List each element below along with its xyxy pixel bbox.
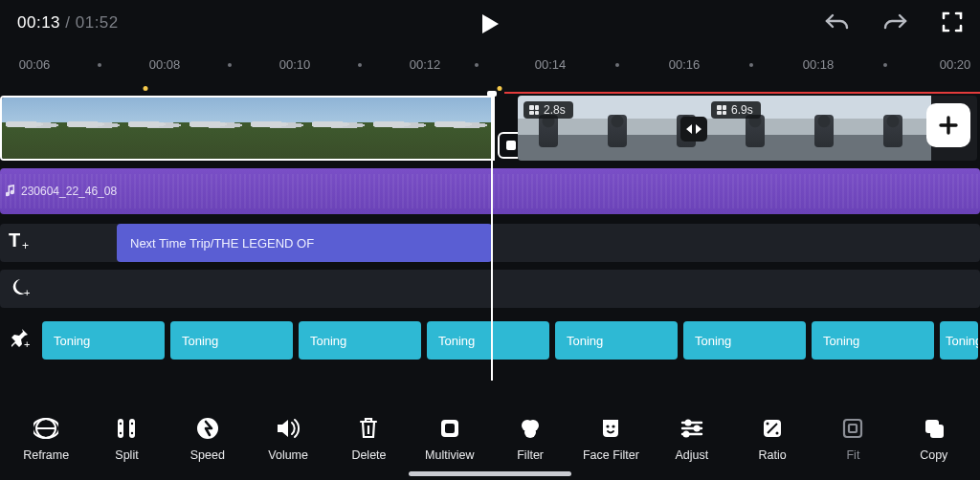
ruler-tick: 00:08: [149, 57, 181, 72]
adjust-button[interactable]: Adjust: [657, 414, 727, 462]
toning-chip[interactable]: Toning: [42, 321, 165, 360]
transition-badge[interactable]: [680, 117, 707, 142]
add-text-track-button[interactable]: T+: [0, 224, 40, 262]
fit-button[interactable]: Fit: [817, 414, 888, 462]
copy-icon: [920, 414, 948, 443]
toning-track-lane[interactable]: + Toning Toning Toning Toning Toning Ton…: [0, 321, 980, 360]
face-filter-button[interactable]: Face Filter: [575, 414, 646, 462]
toning-chip-label: Toning: [946, 334, 978, 348]
video-frame-thumb: [247, 98, 308, 159]
add-media-button[interactable]: [926, 103, 970, 147]
toning-chip[interactable]: Toning: [299, 321, 421, 360]
speed-button[interactable]: Speed: [172, 414, 243, 462]
add-effect-track-button[interactable]: +: [0, 270, 40, 308]
audio-track[interactable]: 230604_22_46_08: [0, 168, 980, 214]
effect-track-lane[interactable]: +: [0, 270, 980, 308]
video-frame-thumb: [587, 96, 656, 161]
trash-icon: [354, 414, 383, 443]
play-button[interactable]: [476, 11, 504, 40]
split-button[interactable]: Split: [91, 414, 162, 462]
add-toning-track-button[interactable]: +: [0, 321, 40, 360]
svg-point-9: [131, 423, 133, 425]
tool-label: Adjust: [675, 448, 708, 462]
video-clip-selected[interactable]: [0, 96, 495, 161]
svg-point-23: [767, 423, 769, 425]
ruler-dot-icon: [228, 63, 232, 67]
ruler-tick: 00:16: [669, 57, 701, 72]
timeline-ruler[interactable]: 00:06 00:08 00:10 00:12 00:14 00:16 00:1…: [0, 55, 980, 82]
svg-point-18: [612, 425, 615, 427]
toning-chip-label: Toning: [54, 334, 90, 348]
stop-icon: [506, 141, 516, 150]
audio-clip[interactable]: 230604_22_46_08: [0, 168, 980, 214]
ratio-button[interactable]: Ratio: [737, 414, 808, 462]
toning-chip[interactable]: Toning: [812, 321, 934, 360]
timeline-tracks: 2.8s 6.9s 230604_22_46_08: [0, 96, 980, 214]
ruler-tick: 00:06: [19, 57, 51, 72]
video-frame-thumb: [186, 98, 247, 159]
ruler-tick: 00:12: [410, 57, 441, 72]
tool-label: Ratio: [759, 448, 787, 462]
text-track-lane[interactable]: T+ Next Time Trip/THE LEGEND OF: [0, 224, 980, 262]
video-frame-thumb: [431, 98, 492, 159]
svg-text:+: +: [24, 287, 30, 297]
top-bar: 00:13 / 01:52: [0, 0, 980, 48]
svg-point-19: [685, 421, 690, 425]
toning-chip[interactable]: Toning: [940, 321, 978, 360]
tool-label: Copy: [920, 448, 947, 462]
redo-button[interactable]: [880, 10, 909, 38]
volume-button[interactable]: Volume: [253, 414, 323, 462]
bottom-toolbar: Reframe Split Speed Volume Delete Multiv…: [0, 405, 980, 480]
undo-button[interactable]: [823, 10, 852, 38]
top-right-controls: [823, 10, 967, 38]
fullscreen-icon: [941, 11, 964, 37]
marker-dot-icon: [144, 86, 148, 91]
svg-point-16: [524, 426, 536, 438]
tool-label: Filter: [517, 448, 544, 462]
moon-plus-icon: +: [9, 276, 32, 301]
svg-point-8: [120, 432, 122, 434]
unplayed-indicator: [504, 92, 980, 94]
segment-duration-badge[interactable]: 6.9s: [711, 101, 761, 119]
ruler-dot-icon: [98, 63, 101, 67]
toning-chip[interactable]: Toning: [170, 321, 293, 360]
video-clip-2[interactable]: 2.8s 6.9s: [518, 96, 977, 161]
undo-icon: [824, 11, 851, 37]
tool-label: Fit: [846, 448, 859, 462]
video-frame-thumb: [2, 98, 63, 159]
tool-label: Reframe: [23, 448, 69, 462]
toning-chip[interactable]: Toning: [427, 321, 549, 360]
waveform-icon: [0, 174, 980, 208]
reframe-button[interactable]: Reframe: [11, 414, 81, 462]
delete-button[interactable]: Delete: [333, 414, 404, 462]
multiview-icon: [435, 414, 464, 443]
filter-icon: [516, 414, 545, 443]
segment-duration-badge[interactable]: 2.8s: [523, 101, 573, 119]
ratio-icon: [758, 414, 787, 443]
tool-label: Volume: [268, 448, 308, 462]
toning-chip[interactable]: Toning: [555, 321, 678, 360]
video-frame-thumb: [492, 98, 495, 159]
segment-duration: 6.9s: [731, 103, 753, 117]
toning-chip[interactable]: Toning: [683, 321, 806, 360]
toning-chip-label: Toning: [182, 334, 218, 348]
toning-chips-row: Toning Toning Toning Toning Toning Tonin…: [42, 321, 980, 360]
filter-button[interactable]: Filter: [495, 414, 566, 462]
toning-chip-label: Toning: [438, 334, 475, 348]
video-track[interactable]: 2.8s 6.9s: [0, 96, 980, 161]
marker-dot-icon: [498, 86, 502, 91]
toning-chip-label: Toning: [567, 334, 603, 348]
copy-button[interactable]: Copy: [899, 414, 969, 462]
speed-icon: [193, 414, 222, 443]
svg-point-10: [131, 432, 133, 434]
video-frame-thumb: [63, 98, 124, 159]
multiview-button[interactable]: Multiview: [414, 414, 485, 462]
toning-chip-label: Toning: [695, 334, 731, 348]
text-clip[interactable]: Next Time Trip/THE LEGEND OF: [117, 224, 492, 262]
text-clip-label: Next Time Trip/THE LEGEND OF: [130, 236, 314, 251]
fullscreen-button[interactable]: [938, 10, 967, 38]
svg-text:+: +: [24, 338, 30, 350]
fit-icon: [838, 414, 867, 443]
svg-rect-25: [844, 420, 861, 437]
grid-icon: [717, 105, 726, 115]
